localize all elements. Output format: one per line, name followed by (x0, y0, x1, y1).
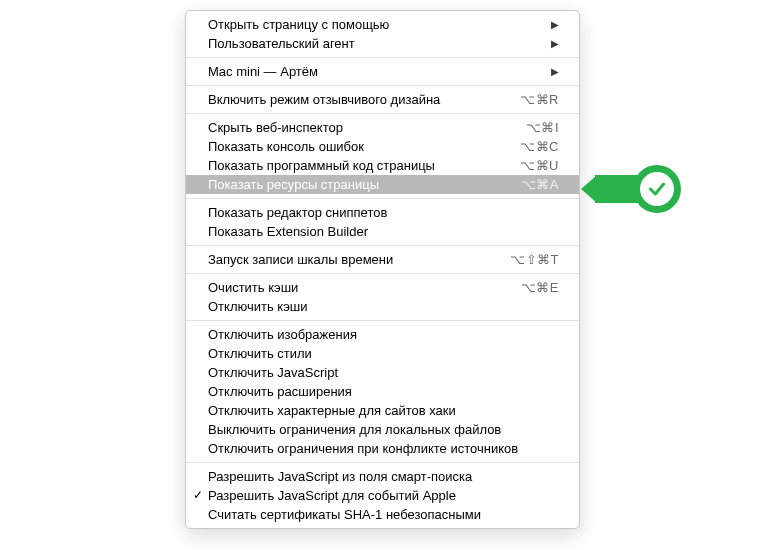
menu-separator (186, 273, 579, 274)
menu-item-label: Разрешить JavaScript из поля смарт-поиск… (208, 467, 559, 486)
menu-item-label: Разрешить JavaScript для событий Apple (208, 486, 559, 505)
menu-item[interactable]: Скрыть веб-инспектор⌥⌘I (186, 118, 579, 137)
menu-separator (186, 113, 579, 114)
menu-separator (186, 198, 579, 199)
menu-item[interactable]: Считать сертификаты SHA-1 небезопасными (186, 505, 579, 524)
menu-item[interactable]: Пользовательский агент▶ (186, 34, 579, 53)
menu-item[interactable]: Очистить кэши⌥⌘E (186, 278, 579, 297)
menu-item[interactable]: Отключить изображения (186, 325, 579, 344)
menu-item-label: Отключить кэши (208, 297, 559, 316)
menu-item[interactable]: Показать редактор сниппетов (186, 203, 579, 222)
menu-item-shortcut: ⌥⌘U (520, 156, 559, 175)
menu-item[interactable]: Отключить JavaScript (186, 363, 579, 382)
menu-item-label: Включить режим отзывчивого дизайна (208, 90, 510, 109)
menu-separator (186, 320, 579, 321)
menu-item-label: Очистить кэши (208, 278, 511, 297)
menu-item-label: Показать консоль ошибок (208, 137, 510, 156)
menu-item[interactable]: Открыть страницу с помощью▶ (186, 15, 579, 34)
menu-item[interactable]: Показать Extension Builder (186, 222, 579, 241)
menu-item-label: Открыть страницу с помощью (208, 15, 541, 34)
menu-item[interactable]: ✓Разрешить JavaScript для событий Apple (186, 486, 579, 505)
menu-item-shortcut: ⌥⇧⌘T (510, 250, 559, 269)
menu-item[interactable]: Разрешить JavaScript из поля смарт-поиск… (186, 467, 579, 486)
menu-separator (186, 462, 579, 463)
menu-separator (186, 57, 579, 58)
menu-item-shortcut: ⌥⌘R (520, 90, 559, 109)
chevron-right-icon: ▶ (551, 34, 559, 53)
menu-separator (186, 85, 579, 86)
menu-item[interactable]: Показать ресурсы страницы⌥⌘A (186, 175, 579, 194)
menu-item-shortcut: ⌥⌘C (520, 137, 559, 156)
menu-item-label: Выключить ограничения для локальных файл… (208, 420, 559, 439)
menu-item-label: Считать сертификаты SHA-1 небезопасными (208, 505, 559, 524)
menu-separator (186, 245, 579, 246)
checkmark-icon (647, 179, 667, 199)
menu-item-label: Показать ресурсы страницы (208, 175, 511, 194)
context-menu: Открыть страницу с помощью▶Пользовательс… (185, 10, 580, 529)
menu-item-label: Mac mini — Артём (208, 62, 541, 81)
menu-item-shortcut: ⌥⌘E (521, 278, 559, 297)
menu-item[interactable]: Отключить стили (186, 344, 579, 363)
menu-item[interactable]: Выключить ограничения для локальных файл… (186, 420, 579, 439)
menu-item[interactable]: Отключить характерные для сайтов хаки (186, 401, 579, 420)
menu-item-label: Запуск записи шкалы времени (208, 250, 500, 269)
menu-item-label: Пользовательский агент (208, 34, 541, 53)
menu-item-label: Показать Extension Builder (208, 222, 559, 241)
menu-item-shortcut: ⌥⌘A (521, 175, 559, 194)
menu-item-label: Показать редактор сниппетов (208, 203, 559, 222)
menu-item-label: Отключить расширения (208, 382, 559, 401)
menu-item-label: Показать программный код страницы (208, 156, 510, 175)
menu-item[interactable]: Отключить ограничения при конфликте исто… (186, 439, 579, 458)
menu-item-shortcut: ⌥⌘I (526, 118, 559, 137)
menu-item-label: Скрыть веб-инспектор (208, 118, 516, 137)
menu-item[interactable]: Показать программный код страницы⌥⌘U (186, 156, 579, 175)
menu-item-label: Отключить ограничения при конфликте исто… (208, 439, 559, 458)
menu-item-label: Отключить JavaScript (208, 363, 559, 382)
highlight-callout (595, 165, 690, 213)
menu-item[interactable]: Запуск записи шкалы времени⌥⇧⌘T (186, 250, 579, 269)
menu-item[interactable]: Mac mini — Артём▶ (186, 62, 579, 81)
menu-item[interactable]: Включить режим отзывчивого дизайна⌥⌘R (186, 90, 579, 109)
menu-item[interactable]: Отключить расширения (186, 382, 579, 401)
menu-item[interactable]: Показать консоль ошибок⌥⌘C (186, 137, 579, 156)
chevron-right-icon: ▶ (551, 62, 559, 81)
menu-item-label: Отключить стили (208, 344, 559, 363)
menu-item[interactable]: Отключить кэши (186, 297, 579, 316)
menu-item-label: Отключить характерные для сайтов хаки (208, 401, 559, 420)
menu-item-label: Отключить изображения (208, 325, 559, 344)
checkmark-icon: ✓ (193, 486, 203, 505)
chevron-right-icon: ▶ (551, 15, 559, 34)
callout-badge (633, 165, 681, 213)
callout-badge-inner (640, 172, 674, 206)
